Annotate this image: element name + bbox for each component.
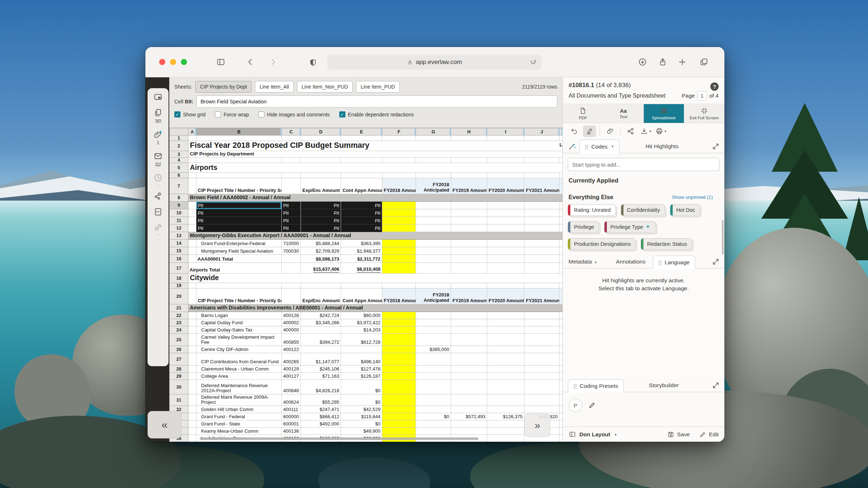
- row-header-31[interactable]: 31: [170, 394, 188, 406]
- scroll-right-button[interactable]: »: [524, 414, 550, 437]
- tab-codes[interactable]: Codes ▼: [579, 140, 620, 153]
- grid-cell[interactable]: [416, 255, 451, 263]
- grid-cell[interactable]: [451, 373, 487, 380]
- grid-cell[interactable]: [487, 435, 524, 442]
- grid-cell[interactable]: $3,972,422: [341, 319, 382, 326]
- sheet-tab[interactable]: CIP Projects by Dept: [195, 81, 252, 93]
- grid-cell[interactable]: PII: [301, 202, 341, 209]
- grid-cell[interactable]: College Area: [196, 373, 282, 380]
- grid-cell[interactable]: [559, 380, 563, 394]
- grid-cell[interactable]: [451, 319, 487, 326]
- grid-cell[interactable]: [382, 428, 416, 435]
- row-header-10[interactable]: 10: [170, 209, 188, 217]
- grid-cell[interactable]: $245,106: [301, 365, 341, 373]
- grid-cell[interactable]: $49,900: [341, 428, 382, 435]
- grid-cell[interactable]: [451, 136, 487, 141]
- grid-cell[interactable]: [559, 435, 563, 442]
- grid-cell[interactable]: FY2018 Amount: [382, 288, 416, 304]
- row-header-12[interactable]: 12: [170, 224, 188, 232]
- grid-cell[interactable]: [487, 373, 524, 380]
- edit-button[interactable]: Edit: [709, 431, 719, 438]
- grid-cell[interactable]: [524, 394, 559, 406]
- grid-cell[interactable]: [487, 326, 524, 334]
- grid-cell[interactable]: [416, 326, 451, 334]
- grid-cell[interactable]: [188, 255, 196, 263]
- grid-cell[interactable]: [382, 217, 416, 224]
- grid-cell[interactable]: [451, 240, 487, 247]
- close-window-button[interactable]: [159, 59, 165, 65]
- grid-cell[interactable]: [416, 334, 451, 346]
- grid-cell[interactable]: [487, 420, 524, 428]
- grid-cell[interactable]: 400122: [282, 346, 301, 353]
- grid-cell[interactable]: FY2019 Amount: [451, 178, 487, 194]
- grid-cell[interactable]: [451, 202, 487, 209]
- grid-cell[interactable]: [188, 353, 196, 365]
- grid-cell[interactable]: Grant Fund-Enterprise-Federal: [196, 240, 282, 247]
- grid-cell[interactable]: [416, 240, 451, 247]
- grid-cell[interactable]: $0: [341, 380, 382, 394]
- row-header-26[interactable]: 26: [170, 346, 188, 353]
- tool-marker-icon[interactable]: [583, 125, 596, 137]
- grid-cell[interactable]: [188, 136, 196, 141]
- grid-cell[interactable]: [559, 255, 563, 263]
- grid-cell[interactable]: [451, 255, 487, 263]
- grid-cell[interactable]: [188, 217, 196, 224]
- grid-cell[interactable]: PII: [301, 209, 341, 217]
- grid-cell[interactable]: 400848: [282, 380, 301, 394]
- sidebar-toggle-icon[interactable]: [216, 57, 225, 67]
- grid-cell[interactable]: [451, 346, 487, 353]
- grid-cell[interactable]: [282, 283, 301, 288]
- grid-cell[interactable]: $247,471: [301, 406, 341, 413]
- grid-cell[interactable]: Centre City DIF-Admin: [196, 346, 282, 353]
- grid-cell[interactable]: PII: [341, 209, 382, 217]
- grid-cell[interactable]: [382, 394, 416, 406]
- grid-cell[interactable]: [188, 413, 196, 420]
- grid-cell[interactable]: [487, 247, 524, 255]
- grid-cell[interactable]: Cont Appn Amount: [341, 178, 382, 194]
- checkbox-force-wrap[interactable]: Force wrap: [215, 111, 249, 117]
- grid-cell[interactable]: PII: [341, 217, 382, 224]
- grid-cell[interactable]: $42,529: [341, 406, 382, 413]
- grid-cell[interactable]: [382, 334, 416, 346]
- grid-cell[interactable]: [188, 247, 196, 255]
- grid-cell[interactable]: [524, 312, 559, 319]
- view-button-exit-full-screen[interactable]: Exit Full Screen: [684, 104, 724, 123]
- grid-cell[interactable]: 400002: [282, 319, 301, 326]
- sheet-tab[interactable]: Line Item_All: [255, 81, 294, 93]
- grid-cell[interactable]: Deferred Maintenance Revenue 2012A-Proje…: [196, 380, 282, 394]
- grid-cell[interactable]: [382, 312, 416, 319]
- grid-cell[interactable]: Montgomery-Gibbs Executive Airport / AAA…: [188, 232, 563, 240]
- row-header-28[interactable]: 28: [170, 365, 188, 373]
- forward-icon[interactable]: [268, 57, 277, 67]
- grid-cell[interactable]: Exp/Enc Amount: [301, 178, 341, 194]
- grid-cell[interactable]: $2,311,772: [341, 255, 382, 263]
- grid-cell[interactable]: 400855: [282, 334, 301, 346]
- grid-cell[interactable]: PII: [282, 209, 301, 217]
- grid-cell[interactable]: [382, 283, 416, 288]
- code-chip-privilege[interactable]: Privilege: [568, 221, 599, 233]
- grid-cell[interactable]: $126,375: [487, 413, 524, 420]
- grid-cell[interactable]: [416, 312, 451, 319]
- grid-cell[interactable]: [188, 312, 196, 319]
- grid-cell[interactable]: [559, 365, 563, 373]
- grid-cell[interactable]: 400000: [282, 326, 301, 334]
- grid-cell[interactable]: [559, 202, 563, 209]
- rail-item-copies-icon[interactable]: 3|0: [153, 108, 163, 124]
- grid-cell[interactable]: [382, 263, 416, 274]
- grid-cell[interactable]: [487, 365, 524, 373]
- grid-cell[interactable]: [487, 263, 524, 274]
- rail-item-paperclip-sparkle-icon[interactable]: 1: [153, 130, 163, 145]
- grid-cell[interactable]: [196, 136, 282, 141]
- page-input[interactable]: 1: [697, 91, 707, 100]
- grid-cell[interactable]: [559, 178, 563, 194]
- grid-cell[interactable]: [559, 247, 563, 255]
- grid-cell[interactable]: [524, 217, 559, 224]
- grid-cell[interactable]: [524, 255, 559, 263]
- grid-cell[interactable]: Grant Fund - State: [196, 420, 282, 428]
- grid-cell[interactable]: $2,709,929: [301, 247, 341, 255]
- grid-cell[interactable]: [282, 173, 301, 178]
- grid-cell[interactable]: [559, 288, 563, 304]
- zoom-window-button[interactable]: [181, 59, 187, 65]
- grid-cell[interactable]: [451, 420, 487, 428]
- sheet-tab[interactable]: Line Item_PUD: [356, 81, 400, 93]
